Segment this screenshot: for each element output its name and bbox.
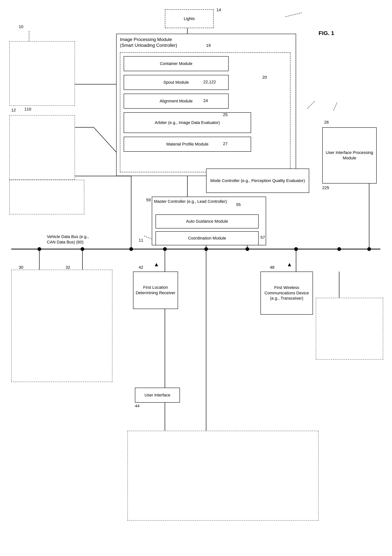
svg-line-2 [285, 13, 302, 17]
first-imaging-enclosure [9, 41, 75, 106]
alignment-module-box: Alignment Module [124, 94, 229, 109]
ref-14: 14 [216, 8, 221, 12]
antenna-2-icon: ▲ [287, 261, 292, 268]
sensor-enclosure [9, 180, 84, 214]
master-controller-label: Master Controller (e.g., Lead Controller… [154, 199, 227, 204]
user-interface-processing-box: User Interface Processing Module [322, 127, 377, 184]
ref-10: 10 [19, 24, 23, 29]
first-location-box: First Location Determining Receiver [133, 271, 178, 309]
svg-point-9 [81, 247, 84, 251]
ref-48: 48 [270, 265, 274, 270]
svg-point-13 [245, 247, 249, 251]
svg-point-12 [204, 247, 208, 251]
mast-enclosure [316, 298, 383, 360]
ref-44: 44 [135, 404, 139, 409]
material-profile-box: Material Profile Module [124, 137, 251, 152]
ref-55: 55 [236, 202, 241, 207]
ref-20: 20 [262, 75, 267, 80]
vehicle-data-bus-label: Vehicle Data Bus (e.g.,CAN Data Bus) (60… [47, 234, 89, 245]
ref-26: 26 [324, 120, 329, 125]
antenna-1-icon: ▲ [154, 261, 159, 268]
second-imaging-enclosure [9, 115, 75, 180]
mode-controller-box: Mode Controller (e.g., Perception Qualit… [206, 169, 309, 193]
auto-guidance-box: Auto Guidance Module [156, 214, 259, 228]
systems-enclosure [11, 270, 112, 382]
svg-line-4 [307, 101, 315, 109]
diagram: FIG. 1 10 11 Lights 14 Image Processing … [0, 0, 392, 556]
svg-point-8 [38, 247, 41, 251]
arbiter-box: Arbiter (e.g., Image Data Evaluator) [124, 112, 251, 133]
ref-27: 27 [223, 141, 227, 146]
ref-19: 19 [206, 43, 211, 48]
ref-59: 59 [146, 198, 151, 202]
svg-line-5 [334, 102, 337, 110]
image-processing-label: Image Processing Module(Smart Unloading … [120, 37, 177, 48]
figure-label: FIG. 1 [319, 30, 334, 36]
rotation-enclosure [127, 431, 319, 521]
ref-110: 110 [24, 107, 31, 112]
svg-point-11 [163, 247, 167, 251]
ref-22: 22,122 [203, 80, 216, 85]
ref-30: 30 [19, 265, 23, 270]
ref-12: 12 [11, 108, 16, 113]
ref-32: 32 [66, 265, 70, 270]
ref-225: 225 [322, 185, 329, 190]
ref-24: 24 [203, 98, 208, 103]
ref-42: 42 [139, 265, 143, 270]
first-wireless-box: First Wireless Communications Device (e.… [260, 271, 313, 315]
lights-box: Lights [165, 9, 214, 28]
svg-point-10 [129, 247, 133, 251]
ref-11: 11 [139, 238, 143, 243]
container-module-box: Container Module [124, 56, 229, 71]
ref-57: 57 [260, 235, 265, 240]
svg-point-15 [337, 247, 341, 251]
svg-point-16 [367, 247, 371, 251]
ref-25: 25 [223, 112, 227, 117]
svg-point-14 [294, 247, 298, 251]
user-interface-box: User Interface [135, 388, 180, 403]
coordination-module-box: Coordination Module [156, 231, 259, 245]
